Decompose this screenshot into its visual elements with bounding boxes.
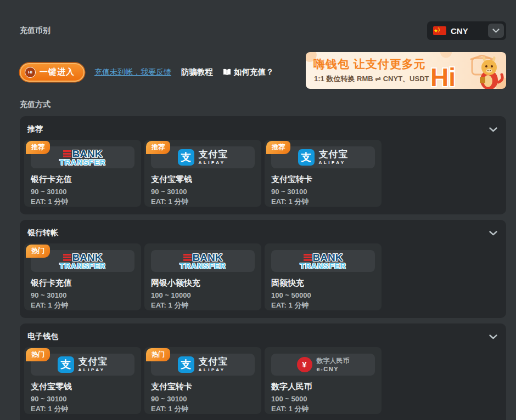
card-eat-time: EAT: 1 分钟 bbox=[31, 197, 134, 207]
bank-bars-icon bbox=[63, 254, 71, 261]
banner-title: 嗨钱包 让支付更多元 bbox=[313, 56, 426, 72]
bank-bars-icon bbox=[304, 254, 312, 261]
banner-hi-logo: Hi bbox=[430, 63, 456, 89]
currency-value: CNY bbox=[451, 26, 468, 36]
how-to-deposit-link[interactable]: 如何充值？ bbox=[223, 67, 274, 77]
chevron-down-icon bbox=[489, 334, 497, 339]
alipay-icon: 支 bbox=[178, 149, 194, 166]
alipay-en-text: ALIPAY bbox=[199, 367, 228, 372]
one-key-enter-button[interactable]: Hi 一键进入 bbox=[20, 63, 85, 82]
card-eat-time: EAT: 1 分钟 bbox=[151, 404, 255, 414]
payment-method-card[interactable]: 推荐支支付宝ALIPAY支付宝零钱90 ~ 30100EAT: 1 分钟 bbox=[144, 140, 261, 207]
ecny-en-text: e-CNY bbox=[317, 366, 350, 372]
card-limit-range: 90 ~ 30100 bbox=[271, 188, 375, 196]
payment-method-card[interactable]: 推荐BANKTRANSFER银行卡充值90 ~ 30100EAT: 1 分钟 bbox=[24, 140, 141, 207]
section-header: 电子钱包 bbox=[20, 323, 506, 347]
alipay-logo: 支支付宝ALIPAY bbox=[178, 149, 228, 166]
transfer-logo-text: TRANSFER bbox=[59, 262, 105, 270]
card-title: 支付宝零钱 bbox=[31, 382, 134, 392]
alipay-icon: 支 bbox=[58, 356, 74, 373]
card-eat-time: EAT: 1 分钟 bbox=[271, 300, 375, 310]
deposit-feedback-link[interactable]: 充值未到帐，我要反馈 bbox=[94, 67, 171, 77]
ecny-logo: ¥数字人民币e-CNY bbox=[297, 357, 350, 372]
card-eat-time: EAT: 1 分钟 bbox=[151, 300, 255, 310]
section-title: 银行转帐 bbox=[27, 228, 58, 238]
alipay-cn-text: 支付宝 bbox=[199, 357, 228, 366]
card-limit-range: 100 ~ 10000 bbox=[151, 291, 255, 299]
bank-bars-icon bbox=[183, 254, 192, 261]
dragon-mascot-illustration bbox=[457, 55, 505, 89]
card-limit-range: 90 ~ 30100 bbox=[31, 395, 134, 403]
bank-transfer-logo: BANKTRANSFER bbox=[180, 252, 226, 270]
one-key-enter-label: 一键进入 bbox=[40, 67, 75, 77]
section-title: 电子钱包 bbox=[27, 332, 58, 342]
currency-selector[interactable]: CNY bbox=[427, 21, 506, 40]
card-limit-range: 100 ~ 50000 bbox=[271, 291, 375, 299]
alipay-en-text: ALIPAY bbox=[78, 367, 108, 372]
card-badge: 热门 bbox=[146, 348, 170, 361]
chevron-down-icon bbox=[492, 29, 500, 33]
card-limit-range: 100 ~ 5000 bbox=[271, 395, 375, 403]
section-collapse-button[interactable] bbox=[489, 231, 497, 236]
section-collapse-button[interactable] bbox=[489, 334, 497, 339]
bank-transfer-logo: BANKTRANSFER bbox=[59, 252, 105, 270]
card-title: 网银小额快充 bbox=[151, 278, 255, 288]
deposit-method-label: 充值方式 bbox=[20, 100, 506, 110]
deposit-section-panel: 银行转帐热门BANKTRANSFER银行卡充值90 ~ 30100EAT: 1 … bbox=[20, 220, 506, 318]
currency-dropdown-button[interactable] bbox=[488, 24, 504, 38]
payment-card-grid: 热门支支付宝ALIPAY支付宝零钱90 ~ 30100EAT: 1 分钟热门支支… bbox=[20, 347, 506, 414]
chevron-down-icon bbox=[489, 127, 497, 132]
alipay-logo: 支支付宝ALIPAY bbox=[298, 149, 349, 166]
card-title: 银行卡充值 bbox=[31, 278, 134, 288]
payment-method-card[interactable]: BANKTRANSFER网银小额快充100 ~ 10000EAT: 1 分钟 bbox=[144, 243, 261, 310]
payment-method-card[interactable]: 推荐支支付宝ALIPAY支付宝转卡90 ~ 30100EAT: 1 分钟 bbox=[265, 140, 382, 207]
card-limit-range: 90 ~ 30100 bbox=[31, 291, 134, 299]
card-badge: 推荐 bbox=[146, 141, 170, 154]
ecny-cn-text: 数字人民币 bbox=[317, 357, 350, 365]
card-eat-time: EAT: 1 分钟 bbox=[31, 404, 134, 414]
hi-wallet-icon: Hi bbox=[25, 67, 36, 78]
payment-method-card[interactable]: ¥数字人民币e-CNY数字人民币100 ~ 5000EAT: 1 分钟 bbox=[265, 347, 382, 414]
card-eat-time: EAT: 1 分钟 bbox=[151, 197, 255, 207]
card-title: 支付宝转卡 bbox=[151, 382, 255, 392]
payment-method-card[interactable]: 热门支支付宝ALIPAY支付宝零钱90 ~ 30100EAT: 1 分钟 bbox=[24, 347, 141, 414]
alipay-icon: 支 bbox=[178, 356, 194, 373]
alipay-cn-text: 支付宝 bbox=[319, 150, 349, 159]
card-title: 银行卡充值 bbox=[31, 174, 134, 185]
payment-logo-tile: BANKTRANSFER bbox=[271, 250, 375, 272]
deposit-section-panel: 推荐推荐BANKTRANSFER银行卡充值90 ~ 30100EAT: 1 分钟… bbox=[20, 116, 506, 214]
payment-logo-tile: ¥数字人民币e-CNY bbox=[271, 354, 375, 376]
payment-method-card[interactable]: 热门支支付宝ALIPAY支付宝转卡90 ~ 30100EAT: 1 分钟 bbox=[144, 347, 261, 414]
payment-method-card[interactable]: BANKTRANSFER固额快充100 ~ 50000EAT: 1 分钟 bbox=[265, 243, 382, 310]
how-to-deposit-label: 如何充值？ bbox=[234, 67, 274, 77]
book-icon bbox=[223, 69, 231, 76]
chevron-down-icon bbox=[489, 231, 497, 236]
currency-row: 充值币别 CNY bbox=[20, 21, 506, 41]
bank-transfer-logo: BANKTRANSFER bbox=[59, 149, 105, 166]
payment-method-card[interactable]: 热门BANKTRANSFER银行卡充值90 ~ 30100EAT: 1 分钟 bbox=[24, 243, 141, 310]
card-eat-time: EAT: 1 分钟 bbox=[271, 404, 375, 414]
currency-label: 充值币别 bbox=[20, 26, 51, 36]
alipay-logo: 支支付宝ALIPAY bbox=[178, 356, 228, 373]
section-collapse-button[interactable] bbox=[489, 127, 497, 132]
quick-actions-row: Hi 一键进入 充值未到帐，我要反馈 防骗教程 如何充值？ 嗨钱包 让支付更多元… bbox=[20, 52, 506, 89]
card-eat-time: EAT: 1 分钟 bbox=[271, 197, 375, 207]
card-eat-time: EAT: 1 分钟 bbox=[31, 300, 134, 310]
card-limit-range: 90 ~ 30100 bbox=[31, 188, 134, 196]
bank-transfer-logo: BANKTRANSFER bbox=[300, 252, 346, 270]
section-header: 推荐 bbox=[20, 116, 506, 140]
anti-fraud-tutorial-link[interactable]: 防骗教程 bbox=[181, 67, 213, 77]
ecny-icon: ¥ bbox=[297, 357, 312, 372]
card-limit-range: 90 ~ 30100 bbox=[151, 395, 255, 403]
card-badge: 热门 bbox=[26, 245, 50, 258]
transfer-logo-text: TRANSFER bbox=[59, 158, 105, 166]
section-header: 银行转帐 bbox=[20, 220, 506, 243]
card-badge: 热门 bbox=[26, 348, 50, 361]
alipay-cn-text: 支付宝 bbox=[199, 150, 228, 159]
alipay-en-text: ALIPAY bbox=[319, 160, 349, 165]
alipay-en-text: ALIPAY bbox=[199, 160, 228, 165]
hi-wallet-promo-banner[interactable]: 嗨钱包 让支付更多元 1:1 数位转换 RMB ⇌ CNYT、USDT Hi bbox=[306, 52, 506, 89]
card-badge: 推荐 bbox=[266, 141, 290, 154]
card-title: 固额快充 bbox=[271, 278, 375, 288]
transfer-logo-text: TRANSFER bbox=[180, 262, 226, 270]
